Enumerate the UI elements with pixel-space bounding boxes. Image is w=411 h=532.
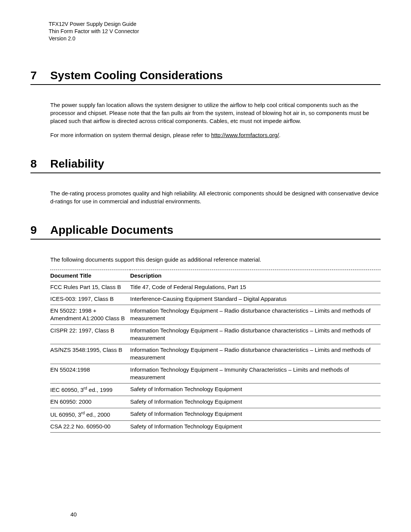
- page-header: TFX12V Power Supply Design Guide Thin Fo…: [49, 21, 381, 42]
- document-description-cell: Information Technology Equipment – Radio…: [130, 305, 381, 325]
- document-title-cell: CISPR 22: 1997, Class B: [50, 324, 130, 344]
- document-description-cell: Information Technology Equipment – Immun…: [130, 364, 381, 383]
- document-title-cell: EN 55024:1998: [50, 364, 130, 383]
- section-7-para-2: For more information on system thermal d…: [50, 131, 381, 139]
- applicable-documents-table: Document Title Description FCC Rules Par…: [50, 270, 381, 433]
- table-row: ICES-003: 1997, Class BInterference-Caus…: [50, 293, 381, 305]
- section-8: 8 Reliability The de-rating process prom…: [30, 157, 381, 205]
- table-row: FCC Rules Part 15, Class BTitle 47, Code…: [50, 281, 381, 293]
- table-row: EN 60950: 2000Safety of Information Tech…: [50, 396, 381, 408]
- page: TFX12V Power Supply Design Guide Thin Fo…: [0, 0, 411, 532]
- document-description-cell: Safety of Information Technology Equipme…: [130, 408, 381, 420]
- document-description-cell: Safety of Information Technology Equipme…: [130, 396, 381, 408]
- table-header-description: Description: [130, 270, 381, 281]
- document-description-cell: Information Technology Equipment – Radio…: [130, 324, 381, 344]
- document-description-cell: Title 47, Code of Federal Regulations, P…: [130, 281, 381, 293]
- header-line-1: TFX12V Power Supply Design Guide: [49, 21, 381, 28]
- document-title-cell: EN 60950: 2000: [50, 396, 130, 408]
- document-description-cell: Safety of Information Technology Equipme…: [130, 383, 381, 396]
- section-8-number: 8: [30, 157, 50, 170]
- section-8-heading: 8 Reliability: [30, 157, 381, 173]
- section-7-para-2-prefix: For more information on system thermal d…: [50, 132, 211, 138]
- section-9-title: Applicable Documents: [50, 224, 173, 236]
- table-row: IEC 60950, 3rd ed., 1999Safety of Inform…: [50, 383, 381, 396]
- section-7: 7 System Cooling Considerations The powe…: [30, 69, 381, 139]
- table-header-row: Document Title Description: [50, 270, 381, 281]
- section-7-number: 7: [30, 69, 50, 82]
- table-header-title: Document Title: [50, 270, 130, 281]
- section-7-heading: 7 System Cooling Considerations: [30, 69, 381, 85]
- document-title-cell: CSA 22.2 No. 60950-00: [50, 420, 130, 432]
- document-description-cell: Safety of Information Technology Equipme…: [130, 420, 381, 432]
- section-7-title: System Cooling Considerations: [50, 69, 223, 82]
- header-line-2: Thin Form Factor with 12 V Connector: [49, 28, 381, 35]
- table-row: CSA 22.2 No. 60950-00Safety of Informati…: [50, 420, 381, 432]
- section-9-number: 9: [30, 224, 50, 236]
- document-title-cell: AS/NZS 3548:1995, Class B: [50, 344, 130, 364]
- document-description-cell: Information Technology Equipment – Radio…: [130, 344, 381, 364]
- page-number: 40: [70, 511, 77, 518]
- table-row: AS/NZS 3548:1995, Class BInformation Tec…: [50, 344, 381, 364]
- document-description-cell: Interference-Causing Equipment Standard …: [130, 293, 381, 305]
- header-line-3: Version 2.0: [49, 35, 381, 42]
- document-title-cell: UL 60950, 3rd ed., 2000: [50, 408, 130, 420]
- table-row: EN 55024:1998Information Technology Equi…: [50, 364, 381, 383]
- document-title-cell: EN 55022: 1998 + Amendment A1:2000 Class…: [50, 305, 130, 325]
- table-row: EN 55022: 1998 + Amendment A1:2000 Class…: [50, 305, 381, 325]
- document-title-cell: IEC 60950, 3rd ed., 1999: [50, 383, 130, 396]
- section-7-para-2-suffix: .: [279, 132, 280, 138]
- section-7-para-1: The power supply fan location allows the…: [50, 101, 381, 125]
- section-9-para-1: The following documents support this des…: [50, 256, 381, 264]
- formfactors-link[interactable]: http://www.formfactors.org/: [211, 132, 279, 138]
- document-title-cell: FCC Rules Part 15, Class B: [50, 281, 130, 293]
- section-9-heading: 9 Applicable Documents: [30, 224, 381, 240]
- section-8-para-1: The de-rating process promotes quality a…: [50, 189, 381, 205]
- table-row: UL 60950, 3rd ed., 2000Safety of Informa…: [50, 408, 381, 420]
- table-row: CISPR 22: 1997, Class BInformation Techn…: [50, 324, 381, 344]
- section-8-title: Reliability: [50, 157, 104, 170]
- document-title-cell: ICES-003: 1997, Class B: [50, 293, 130, 305]
- section-9: 9 Applicable Documents The following doc…: [30, 224, 381, 433]
